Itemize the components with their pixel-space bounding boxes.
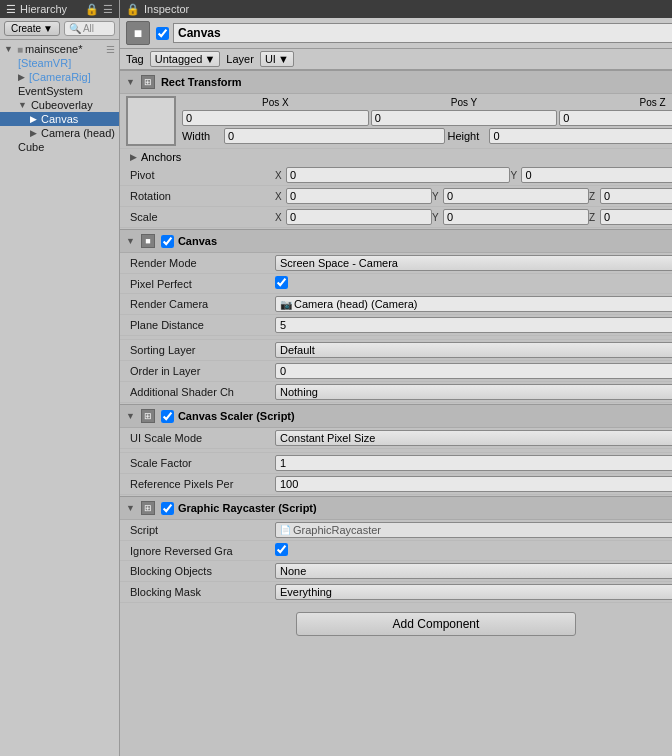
inspector-title: Inspector [144,3,189,15]
order-in-layer-row: Order in Layer [120,361,672,382]
add-component-button[interactable]: Add Component [296,612,576,636]
rect-preview [126,96,176,146]
scaler-icon: ⊞ [141,409,155,423]
scale-y-input[interactable] [443,209,589,225]
hierarchy-panel: ☰ Hierarchy 🔒 ☰ Create ▼ 🔍 All ▼ ■ mains… [0,0,120,756]
canvas-header: ▼ ■ Canvas ? ⊡ ⚙ [120,229,672,253]
additional-shader-dropdown[interactable]: Nothing ▼ [275,384,672,400]
hierarchy-menu-icon: ☰ [103,3,113,16]
inspector-content: ▼ ⊞ Rect Transform ? ⊡ ⚙ Pos X Pos Y Pos… [120,70,672,756]
pos-z-input[interactable] [559,110,672,126]
scale-factor-input[interactable] [275,455,672,471]
search-box[interactable]: 🔍 All [64,21,115,36]
plane-distance-input[interactable] [275,317,672,333]
canvas-collapse-icon[interactable]: ▼ [126,236,135,246]
rot-z-label: Z [589,191,599,202]
sorting-layer-dropdown[interactable]: Default ▼ [275,342,672,358]
rotation-x-input[interactable] [286,188,432,204]
reference-pixels-label: Reference Pixels Per [130,478,275,490]
blocking-objects-row: Blocking Objects None ▼ [120,561,672,582]
pos-header: Pos X Pos Y Pos Z [182,97,672,108]
object-name-input[interactable] [173,23,672,43]
canvas-scaler-section: ▼ ⊞ Canvas Scaler (Script) ? ⊡ ⚙ UI Scal… [120,404,672,495]
sorting-layer-value: Default ▼ [275,342,672,358]
width-input[interactable] [224,128,446,144]
blocking-mask-label: Blocking Mask [130,586,275,598]
blocking-mask-row: Blocking Mask Everything ▼ [120,582,672,603]
rotation-z-input[interactable] [600,188,672,204]
pos-x-header: Pos X [182,97,369,108]
object-active-checkbox[interactable] [156,27,169,40]
blocking-objects-dropdown[interactable]: None ▼ [275,563,672,579]
plane-distance-row: Plane Distance [120,315,672,336]
hierarchy-item-cubeoverlay[interactable]: ▼ Cubeoverlay [0,98,119,112]
blocking-mask-dropdown[interactable]: Everything ▼ [275,584,672,600]
canvas-enabled-checkbox[interactable] [161,235,174,248]
hierarchy-item-canvas[interactable]: ▶ Canvas [0,112,119,126]
plane-distance-value [275,317,672,333]
rot-y-label: Y [432,191,442,202]
object-icon: ■ [126,21,150,45]
additional-shader-row: Additional Shader Ch Nothing ▼ [120,382,672,403]
hierarchy-lock-icon: 🔒 [85,3,99,16]
scene-menu-icon: ☰ [106,44,115,55]
create-button[interactable]: Create ▼ [4,21,60,36]
tag-dropdown[interactable]: Untagged ▼ [150,51,221,67]
ignore-reversed-checkbox[interactable] [275,543,288,556]
hierarchy-label-canvas: Canvas [41,113,78,125]
scale-x-label: X [275,212,285,223]
object-active-row [156,23,672,43]
rotation-row: Rotation X Y Z [120,186,672,207]
render-camera-value: 📷 Camera (head) (Camera) ◎ [275,296,672,312]
rotation-y-field: Y [432,188,589,204]
raycaster-collapse-icon[interactable]: ▼ [126,503,135,513]
pos-y-input[interactable] [371,110,558,126]
scale-value: X Y Z [275,209,672,225]
layer-dropdown-arrow: ▼ [278,53,289,65]
layer-dropdown[interactable]: UI ▼ [260,51,294,67]
hierarchy-item-camerahead[interactable]: ▶ Camera (head) [0,126,119,140]
sorting-layer-row: Sorting Layer Default ▼ [120,340,672,361]
scale-z-field: Z [589,209,672,225]
pivot-x-input[interactable] [286,167,511,183]
hierarchy-item-eventsystem[interactable]: EventSystem [0,84,119,98]
scene-icon: ■ [17,44,23,55]
scaler-enabled-checkbox[interactable] [161,410,174,423]
hierarchy-item-cube[interactable]: Cube [0,140,119,154]
pixel-perfect-checkbox[interactable] [275,276,288,289]
hierarchy-title: Hierarchy [20,3,67,15]
order-in-layer-input[interactable] [275,363,672,379]
render-mode-dropdown[interactable]: Screen Space - Camera ▼ [275,255,672,271]
scaler-collapse-icon[interactable]: ▼ [126,411,135,421]
render-mode-value: Screen Space - Camera ▼ [275,255,672,271]
additional-shader-label: Additional Shader Ch [130,386,275,398]
pivot-y-input[interactable] [521,167,672,183]
height-label: Height [447,130,487,142]
pos-y-header: Pos Y [371,97,558,108]
render-camera-field: 📷 Camera (head) (Camera) ◎ [275,296,672,312]
hierarchy-item-mainscene[interactable]: ▼ ■ mainscene* ☰ [0,42,119,56]
script-ref-field[interactable]: 📄 GraphicRaycaster [275,522,672,538]
hierarchy-item-camerarig[interactable]: ▶ [CameraRig] [0,70,119,84]
script-value: 📄 GraphicRaycaster ◎ [275,522,672,538]
render-mode-text: Screen Space - Camera [280,257,398,269]
rotation-y-input[interactable] [443,188,589,204]
scale-x-input[interactable] [286,209,432,225]
hierarchy-item-steamvr[interactable]: [SteamVR] [0,56,119,70]
raycaster-enabled-checkbox[interactable] [161,502,174,515]
script-row: Script 📄 GraphicRaycaster ◎ [120,520,672,541]
ui-scale-mode-dropdown[interactable]: Constant Pixel Size ▼ [275,430,672,446]
height-input[interactable] [489,128,672,144]
render-camera-input[interactable]: 📷 Camera (head) (Camera) [275,296,672,312]
canvas-scaler-title: Canvas Scaler (Script) [178,410,672,422]
wh-row: Width Height ⊡ R [182,128,672,144]
reference-pixels-input[interactable] [275,476,672,492]
render-camera-label: Render Camera [130,298,275,310]
pos-x-input[interactable] [182,110,369,126]
ui-scale-mode-label: UI Scale Mode [130,432,275,444]
anchors-arrow[interactable]: ▶ [130,152,137,162]
ignore-reversed-value [275,543,672,558]
scale-z-input[interactable] [600,209,672,225]
rect-collapse-icon[interactable]: ▼ [126,77,135,87]
ignore-reversed-label: Ignore Reversed Gra [130,545,275,557]
